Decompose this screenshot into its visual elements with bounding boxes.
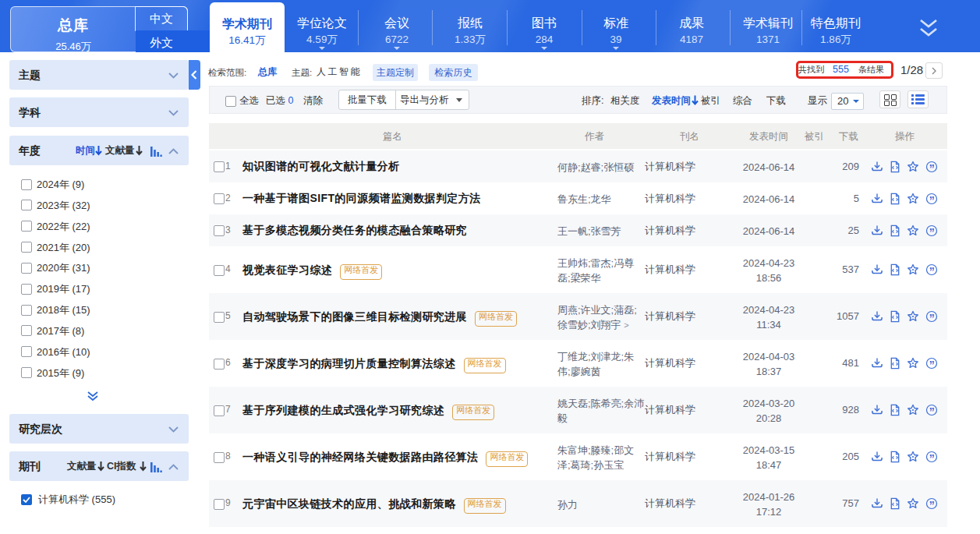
svg-text:”: ”	[929, 226, 935, 237]
svg-text:”: ”	[929, 162, 935, 173]
svg-text:”: ”	[929, 194, 935, 205]
svg-text:”: ”	[929, 499, 935, 510]
svg-text:”: ”	[929, 405, 935, 416]
svg-text:”: ”	[929, 452, 935, 463]
svg-text:”: ”	[929, 312, 935, 323]
svg-text:”: ”	[929, 265, 935, 276]
svg-text:”: ”	[929, 359, 935, 370]
